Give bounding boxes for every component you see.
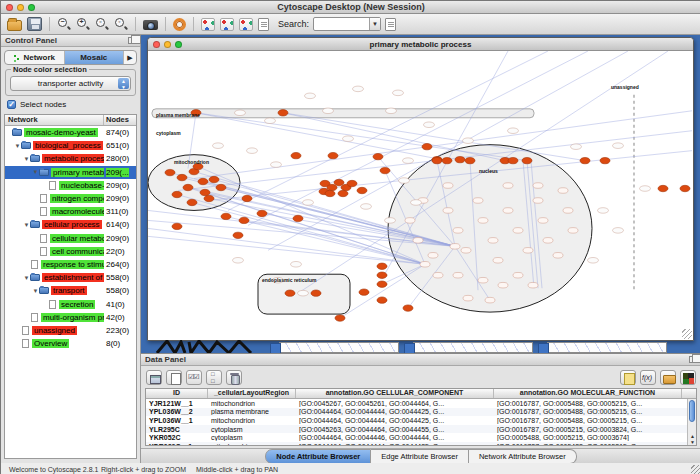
network-node[interactable] bbox=[403, 158, 414, 164]
network-node[interactable] bbox=[343, 136, 354, 142]
table-cell[interactable]: [GO:0016787, GO:0005488, GO:0005215, G..… bbox=[494, 417, 682, 424]
table-cell[interactable]: mitochondrion bbox=[208, 400, 296, 407]
network-node[interactable] bbox=[183, 184, 193, 190]
tree-row[interactable]: macromolecule311(0) bbox=[5, 205, 136, 218]
table-row[interactable]: YDR039C__1mitochondrion[GO:0044464, GO:0… bbox=[146, 442, 696, 445]
scrollbar-arrows[interactable]: ▲▼ bbox=[688, 433, 696, 445]
table-row[interactable]: YPL036W__1mitochondrion[GO:0044464, GO:0… bbox=[146, 416, 696, 425]
network-view-titlebar[interactable]: primary metabolic process bbox=[148, 38, 693, 51]
cytopanel-icon[interactable] bbox=[201, 18, 215, 31]
new-attribute-icon[interactable] bbox=[166, 370, 182, 385]
table-column-header[interactable]: ID bbox=[146, 389, 208, 398]
network-node[interactable] bbox=[432, 157, 442, 163]
tree-row[interactable]: nucleobase-209(0) bbox=[5, 179, 136, 192]
table-cell[interactable]: [GO:0044464, GO:0044444, GO:0044425, G..… bbox=[296, 443, 494, 445]
network-node[interactable] bbox=[442, 157, 452, 163]
tree-row[interactable]: mosaic-demo-yeast874(0) bbox=[5, 126, 136, 139]
zoom-fit-icon[interactable]: ◦ bbox=[114, 17, 128, 31]
network-node[interactable] bbox=[328, 152, 338, 158]
filter-network-icon[interactable] bbox=[239, 18, 253, 31]
network-node[interactable] bbox=[498, 282, 508, 288]
heatmap-icon[interactable] bbox=[680, 370, 696, 385]
attribute-table-icon[interactable] bbox=[146, 370, 162, 385]
tab-node-attribute-browser[interactable]: Node Attribute Browser bbox=[265, 449, 371, 464]
column-header-nodes[interactable]: Nodes bbox=[104, 115, 136, 125]
network-node[interactable] bbox=[428, 253, 438, 259]
network-node[interactable] bbox=[563, 208, 573, 214]
formula-icon[interactable] bbox=[640, 370, 656, 385]
network-node[interactable] bbox=[513, 272, 523, 278]
vizmapper-page-icon[interactable] bbox=[258, 18, 269, 31]
network-node[interactable] bbox=[216, 184, 226, 190]
network-node[interactable] bbox=[680, 185, 690, 191]
table-column-header[interactable]: annotation.GO CELLULAR_COMPONENT bbox=[296, 389, 494, 398]
network-node[interactable] bbox=[198, 178, 208, 184]
network-node[interactable] bbox=[172, 223, 182, 229]
network-node[interactable] bbox=[503, 208, 513, 214]
network-node[interactable] bbox=[543, 238, 553, 244]
network-canvas[interactable]: plasma membranecytoplasmmitochondrionnuc… bbox=[148, 51, 693, 340]
network-node[interactable] bbox=[305, 93, 316, 99]
table-cell[interactable]: plasma membrane bbox=[208, 408, 296, 415]
network-node[interactable] bbox=[298, 290, 309, 296]
snapshot-icon[interactable] bbox=[143, 20, 158, 30]
network-node[interactable] bbox=[385, 218, 396, 224]
network-node[interactable] bbox=[377, 272, 387, 278]
table-cell[interactable]: [GO:0005488, GO:0005215, GO:0003674] bbox=[494, 434, 682, 441]
tree-row[interactable]: unassigned223(0) bbox=[5, 324, 136, 337]
table-cell[interactable]: YPL036W__1 bbox=[146, 417, 208, 424]
network-node[interactable] bbox=[209, 176, 219, 182]
network-node[interactable] bbox=[422, 143, 432, 149]
network-node[interactable] bbox=[465, 157, 475, 163]
tree-row[interactable]: ▼cellular process614(0) bbox=[5, 218, 136, 231]
select-nodes-checkbox[interactable]: ✓ bbox=[7, 100, 16, 109]
network-node[interactable] bbox=[361, 204, 372, 210]
network-node[interactable] bbox=[347, 180, 357, 186]
node-color-dropdown[interactable]: transporter activity ▲▼ bbox=[10, 76, 131, 91]
network-node[interactable] bbox=[413, 238, 423, 244]
network-node[interactable] bbox=[338, 190, 348, 196]
tree-row[interactable]: ▼establishment of lo558(0) bbox=[5, 271, 136, 284]
network-node[interactable] bbox=[177, 174, 187, 180]
table-cell[interactable]: YJR121W__1 bbox=[146, 400, 208, 407]
network-node[interactable] bbox=[485, 297, 495, 303]
network-node[interactable] bbox=[311, 290, 321, 296]
network-node[interactable] bbox=[533, 198, 543, 204]
tree-row[interactable]: cellular metabo209(0) bbox=[5, 232, 136, 245]
network-node[interactable] bbox=[359, 289, 369, 295]
delete-attribute-icon[interactable] bbox=[226, 370, 242, 385]
network-node[interactable] bbox=[453, 228, 463, 234]
network-node[interactable] bbox=[568, 228, 578, 234]
search-options-icon[interactable] bbox=[385, 18, 396, 31]
network-node[interactable] bbox=[424, 122, 435, 128]
network-node[interactable] bbox=[265, 118, 276, 124]
tree-row[interactable]: ▼biological_process651(0) bbox=[5, 139, 136, 152]
network-node[interactable] bbox=[488, 238, 498, 244]
network-node[interactable] bbox=[461, 248, 471, 254]
background-window-thumbnail[interactable] bbox=[279, 342, 399, 353]
tab-network[interactable]: Network bbox=[5, 51, 65, 64]
network-node[interactable] bbox=[373, 153, 383, 159]
network-node[interactable] bbox=[533, 183, 543, 189]
network-node[interactable] bbox=[571, 144, 582, 150]
network-node[interactable] bbox=[327, 184, 337, 190]
network-node[interactable] bbox=[187, 199, 197, 205]
tree-row[interactable]: response to stimulu264(0) bbox=[5, 258, 136, 271]
network-node[interactable] bbox=[334, 179, 344, 185]
network-node[interactable] bbox=[233, 232, 243, 238]
network-node[interactable] bbox=[380, 167, 390, 173]
network-node[interactable] bbox=[420, 261, 430, 267]
network-node[interactable] bbox=[522, 157, 532, 163]
network-node[interactable] bbox=[377, 297, 387, 303]
expander-icon[interactable]: ▼ bbox=[23, 275, 30, 281]
network-node[interactable] bbox=[508, 157, 518, 163]
network-node[interactable] bbox=[463, 138, 474, 144]
table-cell[interactable]: [GO:0045263, GO:0044464, GO:0044455, G..… bbox=[296, 426, 494, 433]
tree-row[interactable]: cell communicat22(0) bbox=[5, 245, 136, 258]
network-node[interactable] bbox=[323, 108, 334, 114]
zoom-in-icon[interactable]: + bbox=[76, 17, 90, 31]
zoom-out-icon[interactable]: − bbox=[57, 17, 71, 31]
network-node[interactable] bbox=[247, 148, 258, 154]
network-node[interactable] bbox=[588, 257, 599, 263]
network-node[interactable] bbox=[242, 195, 252, 201]
